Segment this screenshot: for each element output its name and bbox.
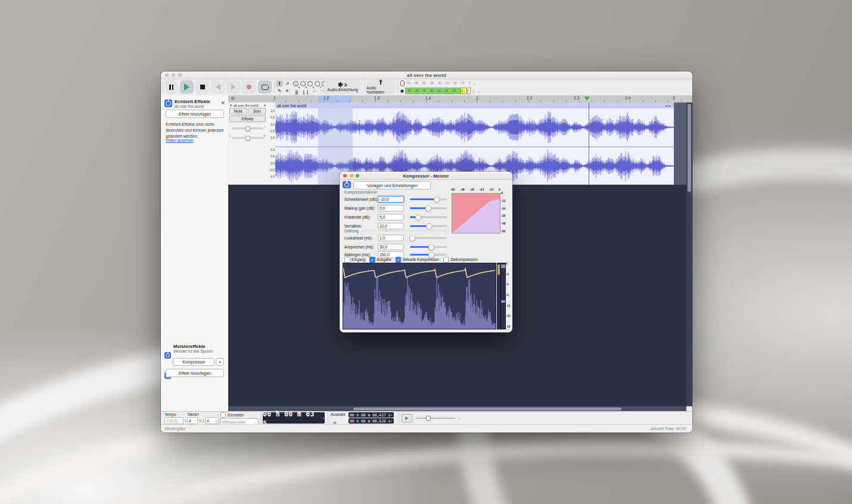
output-checkbox[interactable]: ✓Ausgabe — [369, 257, 391, 263]
speaker-icon — [338, 83, 341, 86]
attack-slider[interactable] — [410, 246, 447, 248]
presets-button[interactable]: Vorlagen und Einstellungen — [353, 181, 431, 189]
vertical-scrollbar[interactable] — [686, 102, 692, 406]
dialog-titlebar[interactable]: Kompressor - Meister — [340, 172, 512, 180]
selection-start-field[interactable]: 00 h 00 m 00,427 s▾ — [349, 412, 394, 418]
silence-audio-icon[interactable]: ▌▐ — [302, 89, 309, 95]
add-effect-button[interactable]: Effekt hinzufügen — [166, 110, 224, 118]
chevron-down-icon[interactable]: ▾ — [264, 103, 266, 107]
snap-checkbox[interactable] — [220, 412, 226, 418]
draw-tool-button[interactable]: ✎ — [276, 88, 283, 94]
knee-input[interactable] — [378, 214, 404, 220]
master-effect-button[interactable]: Kompressor — [173, 358, 214, 366]
zoom-fit-icon[interactable] — [315, 81, 320, 86]
track-control-panel[interactable]: ✕ all over the world ▾ Mute Solo Effekte… — [228, 102, 268, 185]
lookahead-slider[interactable] — [410, 237, 447, 239]
timeline-options-gear-icon[interactable]: ⚙ — [231, 96, 235, 101]
toolbar-grip[interactable] — [273, 82, 275, 92]
realtime-effects-panel: Echtzeit-Effekte all over the world ✕ Ef… — [161, 95, 229, 411]
threshold-input[interactable] — [378, 196, 404, 203]
pause-button[interactable] — [164, 80, 178, 94]
threshold-slider[interactable] — [410, 198, 447, 200]
trim-audio-icon[interactable]: ▐▌ — [293, 89, 300, 95]
vertical-scrollbar-thumb[interactable] — [688, 104, 691, 192]
play-speed-slider[interactable] — [416, 418, 455, 419]
meter-scale-labels: 0-3-6-9-12-15-18 — [506, 262, 510, 328]
power-icon[interactable] — [164, 352, 171, 359]
gain-slider[interactable]: −+ — [232, 127, 263, 129]
vertical-scale-ruler[interactable]: 1,00,50,0-0,5-1,0 1,00,50,0-0,5-1,0 — [267, 102, 276, 185]
video-link[interactable]: Video ansehen — [166, 138, 194, 142]
solo-button[interactable]: Solo — [248, 108, 266, 114]
skip-end-icon — [231, 84, 236, 90]
zoom-in-icon[interactable]: + — [293, 81, 298, 86]
chevron-down-icon: ▾ — [322, 416, 325, 420]
ratio-label: Verhältnis: — [344, 224, 378, 228]
snap-label: Einrasten — [228, 413, 244, 417]
stepper-icon[interactable]: ⇅ — [184, 419, 186, 422]
playback-meter[interactable]: -54-48-42-36-30-24-18-12-6 ❘ ⌄ — [400, 88, 483, 94]
dialog-power-icon[interactable] — [343, 181, 351, 188]
release-slider[interactable] — [410, 254, 447, 256]
toolbar-grip[interactable] — [161, 82, 163, 92]
tempo-field[interactable]: 130,00 — [164, 417, 184, 424]
toolbar-grip[interactable] — [398, 413, 400, 423]
makeup-input[interactable] — [378, 205, 404, 211]
selection-tool-button[interactable]: I — [276, 80, 283, 87]
envelope-tool-button[interactable]: ↗ — [284, 80, 291, 87]
play-button[interactable] — [180, 80, 194, 94]
timesig-upper-field[interactable]: 4 — [187, 417, 198, 424]
record-button[interactable] — [242, 80, 256, 94]
attack-input[interactable] — [378, 244, 404, 250]
playhead-marker-icon[interactable] — [584, 97, 590, 101]
zoom-selection-icon[interactable] — [307, 81, 313, 86]
output-tick — [501, 300, 505, 303]
power-icon[interactable] — [164, 99, 172, 107]
track-close-icon[interactable]: ✕ — [229, 103, 232, 107]
share-audio-button[interactable]: Audio hochladen — [366, 80, 395, 94]
pan-slider[interactable]: LR — [232, 137, 263, 139]
close-icon[interactable]: ✕ — [220, 100, 225, 106]
play-at-speed-button[interactable] — [402, 414, 412, 422]
toolbar-grip[interactable] — [363, 82, 365, 92]
target-compression-checkbox[interactable]: ✓Zielkompression — [443, 257, 478, 263]
slider-end-tick: + — [459, 416, 461, 420]
skip-to-start-button[interactable] — [211, 80, 225, 94]
undo-icon[interactable]: ↶ — [311, 89, 318, 95]
knee-slider[interactable] — [410, 216, 447, 218]
pause-icon — [169, 85, 173, 90]
record-meter[interactable]: -54-48-42-36-30-24-18-12-6 ⌄ — [400, 80, 478, 86]
ratio-slider[interactable] — [410, 225, 447, 227]
horizontal-scrollbar-thumb[interactable] — [353, 407, 621, 410]
input-checkbox[interactable]: ✓Eingang — [344, 257, 365, 263]
zoom-out-icon[interactable]: − — [300, 81, 306, 86]
ratio-input[interactable] — [378, 223, 404, 229]
multi-tool-button[interactable]: ✳ — [284, 88, 291, 94]
toolbar-grip[interactable] — [321, 82, 322, 92]
window-titlebar[interactable]: all over the world — [161, 71, 692, 79]
selection-end-field[interactable]: 00 h 00 m 00,626 s▾ — [349, 418, 394, 424]
actual-compression-checkbox[interactable]: ✓Aktuelle Kompression — [396, 257, 439, 263]
meter-options-icon[interactable]: ⌄ — [475, 88, 483, 94]
stop-button[interactable] — [195, 80, 209, 94]
track-effects-button[interactable]: Effekte — [229, 116, 266, 122]
audio-setup-button[interactable]: ▾ Audio-Einrichtung — [324, 80, 361, 94]
clip-menu-icon[interactable]: ••• — [666, 104, 671, 108]
loop-button[interactable] — [258, 80, 272, 94]
lookahead-input[interactable] — [378, 235, 404, 241]
track-name[interactable]: all over the world — [234, 104, 263, 107]
time-display[interactable]: 00 h 00 m 03 s▾ — [263, 412, 325, 424]
toolbar-grip[interactable] — [327, 413, 329, 423]
add-master-effect-button[interactable]: Effekt hinzufügen — [166, 369, 224, 377]
skip-to-end-button[interactable] — [226, 80, 240, 94]
makeup-slider[interactable] — [410, 207, 447, 209]
mute-button[interactable]: Mute — [229, 108, 247, 114]
meter-options-icon[interactable]: ⌄ — [471, 80, 478, 86]
stepper-icon[interactable]: ⇅ — [199, 419, 201, 422]
play-icon — [184, 83, 189, 91]
toolbar-grip[interactable] — [217, 413, 219, 423]
toolbar-grip[interactable] — [397, 82, 399, 92]
status-message: Wiedergabe — [164, 427, 185, 431]
effect-menu-button[interactable]: ▾ — [216, 358, 224, 366]
toolbar-grip[interactable] — [260, 413, 262, 423]
